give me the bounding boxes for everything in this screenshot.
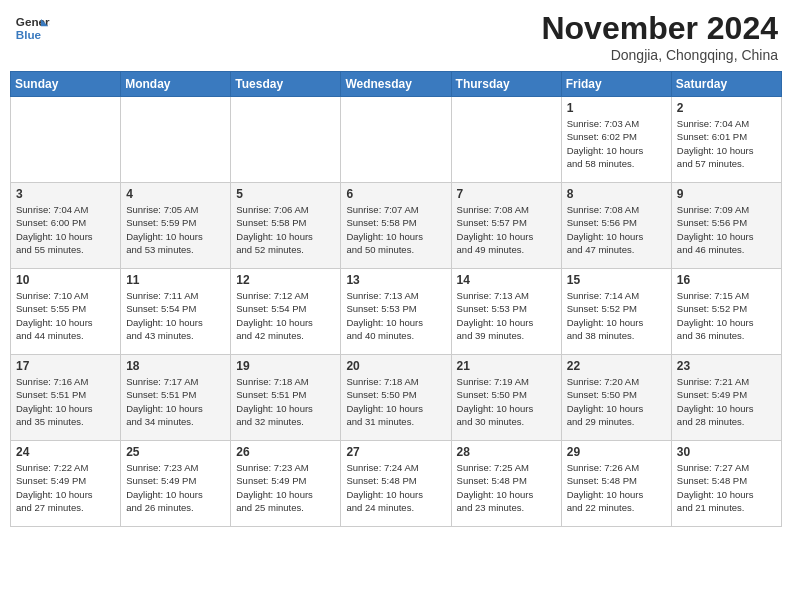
day-info: Sunrise: 7:13 AM Sunset: 5:53 PM Dayligh… [346,289,445,342]
calendar-cell: 25Sunrise: 7:23 AM Sunset: 5:49 PM Dayli… [121,441,231,527]
col-friday: Friday [561,72,671,97]
day-info: Sunrise: 7:07 AM Sunset: 5:58 PM Dayligh… [346,203,445,256]
day-info: Sunrise: 7:27 AM Sunset: 5:48 PM Dayligh… [677,461,776,514]
calendar-cell [11,97,121,183]
day-info: Sunrise: 7:12 AM Sunset: 5:54 PM Dayligh… [236,289,335,342]
col-sunday: Sunday [11,72,121,97]
calendar-cell: 15Sunrise: 7:14 AM Sunset: 5:52 PM Dayli… [561,269,671,355]
page-header: General Blue November 2024 Dongjia, Chon… [10,10,782,63]
calendar-cell: 18Sunrise: 7:17 AM Sunset: 5:51 PM Dayli… [121,355,231,441]
calendar-cell: 24Sunrise: 7:22 AM Sunset: 5:49 PM Dayli… [11,441,121,527]
day-number: 19 [236,359,335,373]
calendar-cell: 9Sunrise: 7:09 AM Sunset: 5:56 PM Daylig… [671,183,781,269]
day-number: 20 [346,359,445,373]
day-info: Sunrise: 7:03 AM Sunset: 6:02 PM Dayligh… [567,117,666,170]
day-number: 17 [16,359,115,373]
calendar-cell: 7Sunrise: 7:08 AM Sunset: 5:57 PM Daylig… [451,183,561,269]
day-info: Sunrise: 7:17 AM Sunset: 5:51 PM Dayligh… [126,375,225,428]
week-row-1: 1Sunrise: 7:03 AM Sunset: 6:02 PM Daylig… [11,97,782,183]
day-info: Sunrise: 7:16 AM Sunset: 5:51 PM Dayligh… [16,375,115,428]
day-info: Sunrise: 7:06 AM Sunset: 5:58 PM Dayligh… [236,203,335,256]
day-number: 13 [346,273,445,287]
col-monday: Monday [121,72,231,97]
calendar-cell: 22Sunrise: 7:20 AM Sunset: 5:50 PM Dayli… [561,355,671,441]
day-number: 10 [16,273,115,287]
week-row-3: 10Sunrise: 7:10 AM Sunset: 5:55 PM Dayli… [11,269,782,355]
calendar-location: Dongjia, Chongqing, China [541,47,778,63]
calendar-cell: 20Sunrise: 7:18 AM Sunset: 5:50 PM Dayli… [341,355,451,441]
calendar-cell: 13Sunrise: 7:13 AM Sunset: 5:53 PM Dayli… [341,269,451,355]
calendar-cell: 8Sunrise: 7:08 AM Sunset: 5:56 PM Daylig… [561,183,671,269]
day-number: 16 [677,273,776,287]
calendar-cell [121,97,231,183]
calendar-cell: 19Sunrise: 7:18 AM Sunset: 5:51 PM Dayli… [231,355,341,441]
title-block: November 2024 Dongjia, Chongqing, China [541,10,778,63]
calendar-cell: 30Sunrise: 7:27 AM Sunset: 5:48 PM Dayli… [671,441,781,527]
day-number: 24 [16,445,115,459]
day-info: Sunrise: 7:19 AM Sunset: 5:50 PM Dayligh… [457,375,556,428]
week-row-2: 3Sunrise: 7:04 AM Sunset: 6:00 PM Daylig… [11,183,782,269]
day-info: Sunrise: 7:26 AM Sunset: 5:48 PM Dayligh… [567,461,666,514]
week-row-4: 17Sunrise: 7:16 AM Sunset: 5:51 PM Dayli… [11,355,782,441]
calendar-cell: 10Sunrise: 7:10 AM Sunset: 5:55 PM Dayli… [11,269,121,355]
day-number: 8 [567,187,666,201]
calendar-cell: 6Sunrise: 7:07 AM Sunset: 5:58 PM Daylig… [341,183,451,269]
day-info: Sunrise: 7:15 AM Sunset: 5:52 PM Dayligh… [677,289,776,342]
col-tuesday: Tuesday [231,72,341,97]
day-number: 2 [677,101,776,115]
svg-text:Blue: Blue [16,28,42,41]
day-number: 9 [677,187,776,201]
calendar-cell: 4Sunrise: 7:05 AM Sunset: 5:59 PM Daylig… [121,183,231,269]
day-info: Sunrise: 7:10 AM Sunset: 5:55 PM Dayligh… [16,289,115,342]
calendar-cell: 11Sunrise: 7:11 AM Sunset: 5:54 PM Dayli… [121,269,231,355]
col-saturday: Saturday [671,72,781,97]
day-number: 3 [16,187,115,201]
calendar-cell: 14Sunrise: 7:13 AM Sunset: 5:53 PM Dayli… [451,269,561,355]
logo-icon: General Blue [14,10,50,46]
day-info: Sunrise: 7:04 AM Sunset: 6:01 PM Dayligh… [677,117,776,170]
calendar-cell: 28Sunrise: 7:25 AM Sunset: 5:48 PM Dayli… [451,441,561,527]
day-info: Sunrise: 7:08 AM Sunset: 5:56 PM Dayligh… [567,203,666,256]
day-number: 28 [457,445,556,459]
calendar-cell: 3Sunrise: 7:04 AM Sunset: 6:00 PM Daylig… [11,183,121,269]
day-number: 7 [457,187,556,201]
calendar-cell [341,97,451,183]
day-number: 26 [236,445,335,459]
calendar-cell: 27Sunrise: 7:24 AM Sunset: 5:48 PM Dayli… [341,441,451,527]
day-number: 18 [126,359,225,373]
calendar-cell: 5Sunrise: 7:06 AM Sunset: 5:58 PM Daylig… [231,183,341,269]
calendar-title: November 2024 [541,10,778,47]
week-row-5: 24Sunrise: 7:22 AM Sunset: 5:49 PM Dayli… [11,441,782,527]
day-number: 21 [457,359,556,373]
day-info: Sunrise: 7:25 AM Sunset: 5:48 PM Dayligh… [457,461,556,514]
calendar-cell: 16Sunrise: 7:15 AM Sunset: 5:52 PM Dayli… [671,269,781,355]
calendar-cell [231,97,341,183]
day-number: 22 [567,359,666,373]
day-number: 14 [457,273,556,287]
day-number: 29 [567,445,666,459]
day-info: Sunrise: 7:08 AM Sunset: 5:57 PM Dayligh… [457,203,556,256]
calendar-cell [451,97,561,183]
day-number: 1 [567,101,666,115]
calendar-cell: 1Sunrise: 7:03 AM Sunset: 6:02 PM Daylig… [561,97,671,183]
day-number: 5 [236,187,335,201]
day-info: Sunrise: 7:20 AM Sunset: 5:50 PM Dayligh… [567,375,666,428]
day-info: Sunrise: 7:05 AM Sunset: 5:59 PM Dayligh… [126,203,225,256]
col-thursday: Thursday [451,72,561,97]
day-number: 11 [126,273,225,287]
calendar-cell: 26Sunrise: 7:23 AM Sunset: 5:49 PM Dayli… [231,441,341,527]
day-number: 25 [126,445,225,459]
day-info: Sunrise: 7:24 AM Sunset: 5:48 PM Dayligh… [346,461,445,514]
day-number: 4 [126,187,225,201]
calendar-cell: 29Sunrise: 7:26 AM Sunset: 5:48 PM Dayli… [561,441,671,527]
calendar-cell: 17Sunrise: 7:16 AM Sunset: 5:51 PM Dayli… [11,355,121,441]
day-number: 23 [677,359,776,373]
day-info: Sunrise: 7:09 AM Sunset: 5:56 PM Dayligh… [677,203,776,256]
col-wednesday: Wednesday [341,72,451,97]
calendar-cell: 12Sunrise: 7:12 AM Sunset: 5:54 PM Dayli… [231,269,341,355]
logo: General Blue [14,10,50,46]
weekday-header-row: Sunday Monday Tuesday Wednesday Thursday… [11,72,782,97]
day-info: Sunrise: 7:18 AM Sunset: 5:50 PM Dayligh… [346,375,445,428]
calendar-cell: 2Sunrise: 7:04 AM Sunset: 6:01 PM Daylig… [671,97,781,183]
day-number: 12 [236,273,335,287]
